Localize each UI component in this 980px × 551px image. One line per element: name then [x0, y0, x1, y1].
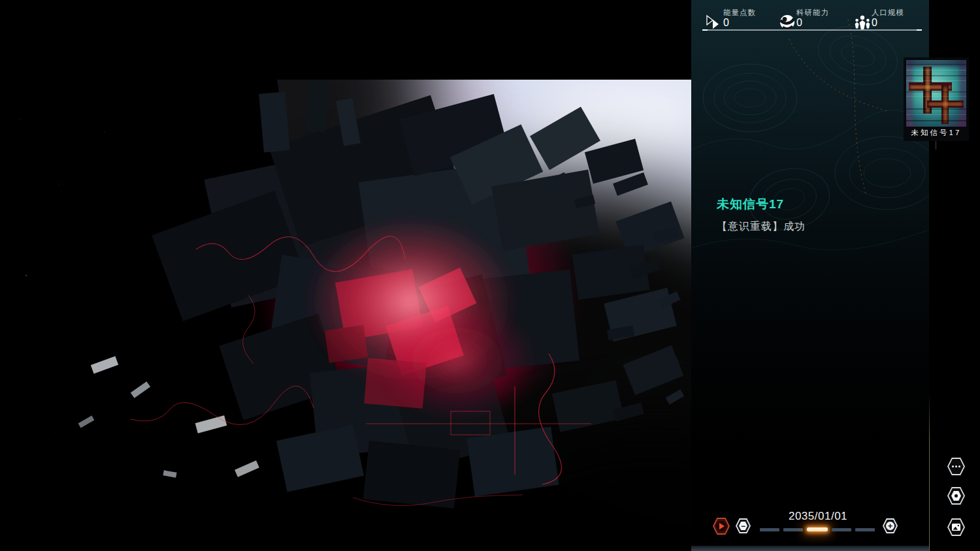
signal-card-label: 未知信号17 [904, 128, 969, 138]
ellipsis-icon [952, 465, 960, 467]
signal-card[interactable]: 未知信号17 [904, 57, 969, 141]
image-icon [952, 524, 960, 531]
timeline-segment[interactable] [807, 527, 828, 531]
play-icon [719, 523, 725, 529]
timeline-segment[interactable] [760, 528, 779, 531]
stat-population-label: 人口规模 [872, 8, 904, 18]
timeline-segment[interactable] [783, 528, 803, 531]
scene-illustration [0, 80, 691, 551]
stat-population-value: 0 [872, 17, 877, 29]
timeline-segment[interactable] [855, 528, 875, 531]
timeline-segment[interactable] [832, 528, 851, 531]
event-title: 未知信号17 [717, 196, 784, 213]
photo-mode-button[interactable] [947, 518, 965, 536]
date-display: 2035/01/01 [753, 510, 883, 523]
stat-energy-label: 能量点数 [723, 8, 756, 18]
center-dot-icon [955, 494, 958, 497]
signal-card-connector [936, 141, 936, 150]
timeline-segments [760, 527, 877, 532]
time-slower-button[interactable]: − [736, 518, 751, 533]
center-view-button[interactable] [947, 487, 965, 505]
research-icon [779, 14, 796, 31]
stat-research-label: 科研能力 [796, 8, 829, 18]
stat-energy-value: 0 [723, 17, 729, 29]
time-faster-button[interactable]: + [883, 518, 898, 533]
strip-divider [929, 392, 930, 551]
stat-research-value: 0 [796, 17, 802, 29]
signal-thumbnail [906, 60, 966, 127]
event-subtitle: 【意识重载】成功 [717, 220, 806, 234]
hud-sidebar: 能量点数 0 科研能力 0 人口规模 0 未知信号17 【意识重载】成功 [691, 0, 929, 551]
time-play-button[interactable] [713, 518, 730, 535]
menu-ellipsis-button[interactable] [947, 458, 965, 475]
stats-underline [702, 29, 922, 31]
population-icon [854, 14, 871, 31]
energy-icon [706, 14, 720, 31]
scene-viewport [0, 0, 691, 551]
sidebar-bottom-band [691, 546, 929, 551]
plus-icon: + [883, 518, 898, 533]
minus-icon: − [736, 518, 751, 533]
